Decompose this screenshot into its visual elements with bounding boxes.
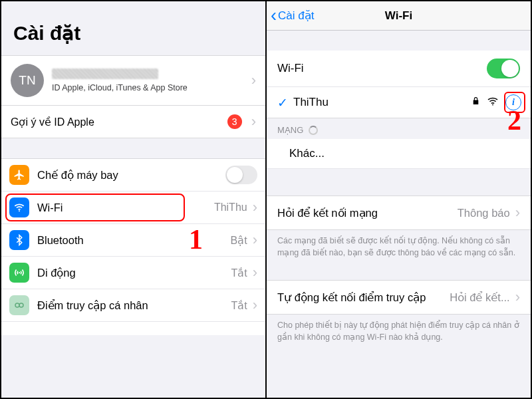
apple-account-row[interactable]: TN ID Apple, iCloud, iTunes & App Store … bbox=[1, 55, 265, 106]
chevron-right-icon: › bbox=[247, 199, 257, 216]
chevron-right-icon: › bbox=[247, 231, 257, 249]
ask-to-join-description: Các mạng đã biết sẽ được kết nối tự động… bbox=[267, 230, 531, 268]
cellular-icon bbox=[9, 263, 29, 283]
chevron-right-icon: › bbox=[510, 204, 520, 221]
row-label: Hỏi để kết nối mạng bbox=[277, 207, 458, 219]
wifi-row[interactable]: Wi-Fi ThiThu › bbox=[1, 192, 265, 224]
svg-point-0 bbox=[19, 210, 20, 211]
chevron-right-icon: › bbox=[247, 264, 257, 281]
chevron-right-icon: › bbox=[247, 297, 257, 314]
row-value: Thông báo bbox=[458, 207, 510, 219]
account-subtitle: ID Apple, iCloud, iTunes & App Store bbox=[52, 83, 246, 92]
notification-badge: 3 bbox=[227, 114, 242, 129]
row-label: Wi-Fi bbox=[37, 201, 214, 214]
wifi-master-toggle-row[interactable]: Wi-Fi bbox=[267, 51, 531, 87]
wifi-icon bbox=[9, 198, 29, 217]
wifi-signal-icon bbox=[487, 96, 499, 109]
airplane-toggle[interactable] bbox=[225, 166, 257, 184]
back-button[interactable]: ‹ Cài đặt bbox=[267, 7, 314, 25]
row-label: Khác... bbox=[289, 147, 520, 160]
chevron-right-icon: › bbox=[246, 113, 256, 130]
network-info-button[interactable]: i bbox=[505, 94, 521, 110]
chevron-left-icon: ‹ bbox=[271, 7, 277, 25]
svg-point-1 bbox=[19, 272, 20, 273]
auto-join-hotspot-row[interactable]: Tự động kết nối điểm truy cập Hỏi để kết… bbox=[267, 280, 531, 315]
lock-icon bbox=[471, 96, 480, 109]
row-value: Tắt bbox=[231, 299, 247, 312]
row-label: Bluetooth bbox=[37, 234, 231, 247]
networks-section-header: MẠNG bbox=[267, 118, 531, 139]
airplane-icon bbox=[9, 165, 29, 185]
row-label: Tự động kết nối điểm truy cập bbox=[277, 291, 450, 304]
wifi-toggle[interactable] bbox=[487, 59, 520, 78]
settings-root-screen: Cài đặt TN ID Apple, iCloud, iTunes & Ap… bbox=[1, 1, 267, 398]
chevron-right-icon: › bbox=[510, 289, 520, 306]
network-name: ThiThu bbox=[293, 96, 471, 109]
svg-point-3 bbox=[19, 303, 23, 307]
airplane-mode-row[interactable]: Chế độ máy bay bbox=[1, 158, 265, 192]
cellular-row[interactable]: Di động Tắt › bbox=[1, 257, 265, 289]
partial-row bbox=[1, 322, 265, 335]
apple-id-suggestion-row[interactable]: Gợi ý về ID Apple 3 › bbox=[1, 106, 265, 138]
row-value: Tắt bbox=[231, 267, 247, 279]
row-value: Hỏi để kết... bbox=[450, 291, 510, 304]
row-label: Chế độ máy bay bbox=[37, 169, 225, 182]
svg-point-2 bbox=[15, 303, 19, 307]
section-title: MẠNG bbox=[277, 125, 303, 135]
row-value: ThiThu bbox=[214, 201, 247, 213]
hotspot-icon bbox=[9, 295, 29, 315]
nav-bar: ‹ Cài đặt Wi-Fi bbox=[267, 1, 531, 31]
svg-point-4 bbox=[492, 104, 493, 106]
loading-spinner-icon bbox=[309, 126, 318, 135]
bluetooth-icon bbox=[9, 230, 29, 250]
hotspot-row[interactable]: Điểm truy cập cá nhân Tắt › bbox=[1, 289, 265, 322]
ask-to-join-row[interactable]: Hỏi để kết nối mạng Thông báo › bbox=[267, 196, 531, 230]
row-label: Di động bbox=[37, 267, 231, 279]
row-label: Điểm truy cập cá nhân bbox=[37, 299, 231, 312]
chevron-right-icon: › bbox=[246, 72, 256, 89]
other-network-row[interactable]: Khác... bbox=[267, 139, 531, 169]
checkmark-icon: ✓ bbox=[275, 95, 291, 110]
auto-join-description: Cho phép thiết bị này tự động phát hiện … bbox=[267, 315, 531, 352]
row-label: Gợi ý về ID Apple bbox=[11, 116, 227, 128]
avatar: TN bbox=[11, 64, 44, 97]
row-value: Bật bbox=[231, 234, 247, 247]
page-title: Cài đặt bbox=[1, 1, 265, 55]
wifi-detail-screen: ‹ Cài đặt Wi-Fi Wi-Fi ✓ ThiThu i 2 MẠNG bbox=[267, 1, 531, 398]
account-name-redacted bbox=[52, 68, 158, 79]
row-label: Wi-Fi bbox=[277, 62, 487, 75]
connected-network-row[interactable]: ✓ ThiThu i bbox=[267, 87, 531, 118]
bluetooth-row[interactable]: Bluetooth Bật › bbox=[1, 224, 265, 257]
back-label: Cài đặt bbox=[278, 9, 314, 23]
